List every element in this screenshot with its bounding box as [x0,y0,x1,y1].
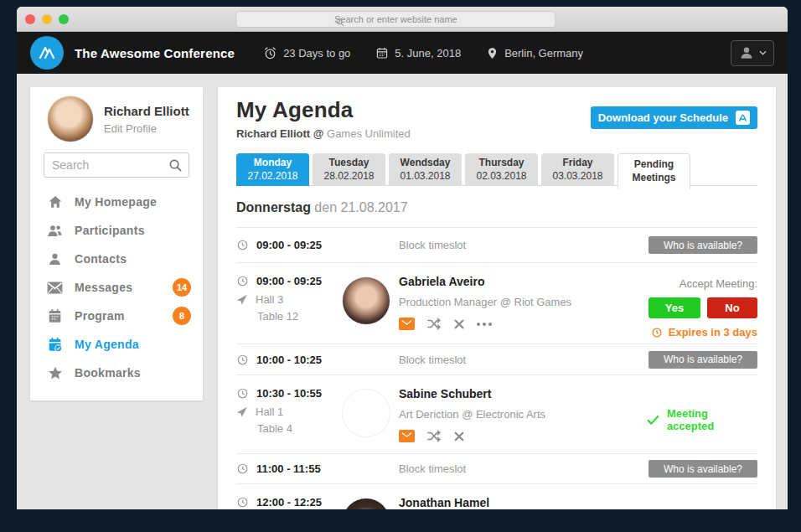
participants-icon [47,224,63,238]
sidebar-item-program[interactable]: Program 8 [30,302,203,330]
day-heading: Donnerstag den 21.08.2017 [236,200,757,215]
accept-no-button[interactable]: No [707,297,757,318]
minimize-window-icon[interactable] [42,14,52,24]
expires-clock-icon [651,327,663,338]
tab-tuesday[interactable]: Tuesday28.02.2018 [313,153,385,186]
clock-icon [236,239,249,251]
conference-location: Berlin, Germany [486,46,583,60]
app-title: The Awesome Conference [75,46,235,60]
who-is-available-button[interactable]: Who is available? [649,236,757,254]
conference-logo-icon[interactable] [30,36,64,70]
star-icon [47,366,63,380]
who-is-available-button[interactable]: Who is available? [649,460,757,478]
block-timeslot-label: Block timeslot [399,462,647,475]
cancel-icon[interactable] [454,431,464,442]
participant-avatar[interactable] [342,276,390,325]
meeting-row: 09:00 - 09:25 Hall 3 Table 12 Gabriela A… [236,262,757,343]
meeting-row: 12:00 - 12:25 Jonathan Hamel [236,483,757,509]
profile-name: Richard Elliott [104,104,189,118]
search-icon [335,15,344,30]
sidebar-item-contacts[interactable]: Contacts [30,245,203,273]
timeslot-row: 09:00 - 09:25 Block timeslot Who is avai… [236,227,757,262]
tab-pending-meetings[interactable]: PendingMeetings [618,153,690,189]
location-arrow-icon [236,406,248,418]
timeslot-row: 10:00 - 10:25 Block timeslot Who is avai… [236,343,757,374]
tab-wendsday[interactable]: Wendsday01.03.2018 [389,153,462,186]
sidebar-item-my-agenda[interactable]: My Agenda [30,330,203,359]
sidebar-menu: My Homepage Participants Contacts [30,178,203,387]
location-arrow-icon [236,294,248,306]
clock-icon [236,275,249,287]
expires-notice: Expires in 3 days [651,326,757,338]
zoom-window-icon[interactable] [59,14,69,24]
pdf-icon [736,111,750,125]
page-content: Richard Elliott Edit Profile My Homepage [17,74,788,509]
participant-name: Jonathan Hamel [399,496,647,509]
search-icon[interactable] [168,158,183,176]
app-header: The Awesome Conference 23 Days to go 5. … [17,32,788,74]
user-icon [739,45,754,60]
clock-icon [236,387,249,400]
user-menu-button[interactable] [731,40,774,66]
message-icon[interactable] [399,318,415,330]
browser-chrome [17,7,788,32]
home-icon [47,194,63,209]
participant-avatar[interactable] [342,389,390,437]
participant-role: Art Deriction @ Electronic Arts [399,408,647,421]
search-input[interactable] [44,152,189,178]
participant-avatar[interactable] [342,498,390,509]
sidebar-search [44,152,189,178]
who-is-available-button[interactable]: Who is available? [649,351,757,369]
participant-name: Sabine Schubert [399,387,647,400]
accept-yes-button[interactable]: Yes [649,297,700,318]
clock-icon [236,496,249,509]
days-to-go: 23 Days to go [263,46,350,60]
url-input[interactable] [236,14,555,24]
message-icon[interactable] [399,430,415,442]
edit-profile-link[interactable]: Edit Profile [104,122,189,135]
agenda-subtitle: Richard Elliott @ Games Unlimited [236,127,757,140]
shuffle-icon[interactable] [427,430,442,442]
tab-friday[interactable]: Friday03.03.2018 [541,153,614,186]
more-options-icon[interactable] [477,323,492,326]
sidebar: Richard Elliott Edit Profile My Homepage [30,87,203,400]
sidebar-item-bookmarks[interactable]: Bookmarks [30,359,203,387]
shuffle-icon[interactable] [427,318,442,330]
conference-date: 5. June, 2018 [375,46,461,59]
day-tabs: Monday27.02.2018 Tuesday28.02.2018 Wends… [236,153,757,186]
clock-icon [236,462,249,475]
sidebar-item-messages[interactable]: Messages 14 [30,273,203,302]
agenda-rows: 09:00 - 09:25 Block timeslot Who is avai… [236,227,757,509]
contact-icon [47,252,63,266]
calendar-icon [375,46,389,59]
browser-window: The Awesome Conference 23 Days to go 5. … [17,7,788,509]
close-window-icon[interactable] [25,14,35,24]
block-timeslot-label: Block timeslot [399,239,647,251]
alarm-clock-icon [263,46,277,60]
mail-icon [47,281,63,294]
accept-meeting-label: Accept Meeting: [680,277,757,290]
cancel-icon[interactable] [454,319,464,329]
tab-thursday[interactable]: Thursday02.03.2018 [465,153,538,186]
address-bar[interactable] [235,11,556,28]
agenda-panel: My Agenda Richard Elliott @ Games Unlimi… [218,87,776,509]
clock-icon [236,354,249,366]
timeslot-row: 11:00 - 11:55 Block timeslot Who is avai… [236,453,757,483]
window-controls [25,14,69,24]
participant-role: Production Manager @ Riot Games [399,296,647,308]
meeting-accepted-status: Meeting accepted [647,407,757,432]
download-schedule-button[interactable]: Download your Schedule [591,106,757,129]
messages-badge: 14 [173,278,191,297]
program-badge: 8 [173,307,191,325]
profile-avatar [47,96,94,142]
tab-monday[interactable]: Monday27.02.2018 [236,153,309,186]
agenda-calendar-check-icon [47,337,63,353]
meeting-row: 10:30 - 10:55 Hall 1 Table 4 Sabine Schu… [236,374,757,453]
sidebar-item-participants[interactable]: Participants [30,216,203,245]
map-pin-icon [486,46,499,60]
profile-section: Richard Elliott Edit Profile [30,87,203,142]
program-calendar-icon [47,308,63,323]
block-timeslot-label: Block timeslot [399,354,647,366]
chevron-down-icon [759,50,767,55]
sidebar-item-my-homepage[interactable]: My Homepage [30,188,203,216]
